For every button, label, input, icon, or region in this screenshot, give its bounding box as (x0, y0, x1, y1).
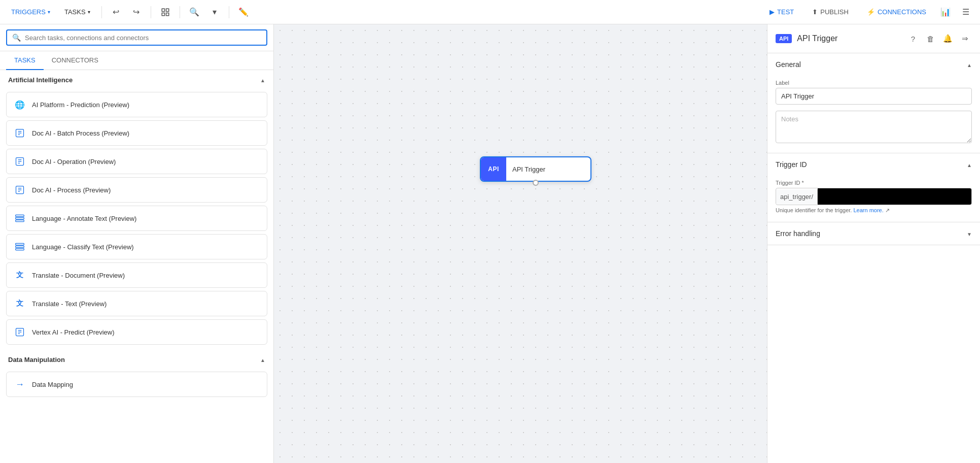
category-ai-chevron (260, 76, 265, 84)
test-label: TEST (777, 8, 794, 16)
task-item[interactable]: Vertex AI - Predict (Preview) (6, 319, 267, 345)
general-chevron-icon (967, 60, 972, 69)
connections-icon: ⚡ (867, 8, 875, 16)
svg-rect-21 (16, 248, 24, 250)
main-layout: 🔍 TASKS CONNECTORS Artificial Intelligen… (0, 24, 980, 463)
svg-rect-0 (162, 9, 164, 11)
general-section: General Label (767, 53, 980, 153)
publish-button[interactable]: ⬆ PUBLISH (805, 5, 856, 19)
task-item[interactable]: 文 Translate - Document (Preview) (6, 262, 267, 288)
trigger-id-section-header[interactable]: Trigger ID (767, 153, 980, 176)
panel-header-actions: ? 🗑 🔔 ⇒ (906, 31, 972, 46)
divider-1 (101, 6, 102, 18)
task-label-1: Doc AI - Batch Process (Preview) (32, 129, 129, 137)
test-button[interactable]: ▶ TEST (762, 5, 801, 19)
category-data[interactable]: Data Manipulation (0, 350, 273, 370)
task-item[interactable]: 文 Translate - Text (Preview) (6, 291, 267, 316)
category-data-chevron (260, 356, 265, 363)
svg-rect-20 (16, 246, 24, 247)
zoom-arrow[interactable]: ▾ (206, 4, 223, 20)
search-input[interactable] (25, 34, 261, 42)
data-task-items: → Data Mapping (0, 370, 273, 402)
task-icon-4 (13, 211, 27, 225)
label-field-label: Label (776, 80, 972, 86)
trigger-id-wrap: api_trigger/ (776, 188, 972, 205)
edit-button[interactable]: ✏️ (235, 4, 252, 20)
svg-rect-2 (162, 13, 164, 15)
error-handling-section: Error handling (767, 222, 980, 245)
menu-button[interactable]: ☰ (958, 4, 974, 20)
canvas-area[interactable]: API API Trigger (274, 24, 767, 463)
trigger-id-value-box (818, 188, 971, 205)
general-section-header[interactable]: General (767, 53, 980, 76)
task-item[interactable]: Language - Annotate Text (Preview) (6, 206, 267, 231)
redo-button[interactable]: ↪ (128, 4, 145, 20)
svg-rect-16 (16, 215, 24, 216)
search-bar: 🔍 (0, 24, 273, 51)
zoom-button[interactable]: 🔍 (186, 4, 202, 20)
task-icon-data-0: → (13, 377, 27, 391)
search-icon: 🔍 (12, 34, 21, 42)
toolbar-right: ▶ TEST ⬆ PUBLISH ⚡ CONNECTIONS 📊 ☰ (762, 4, 974, 20)
general-section-content: Label (767, 76, 980, 153)
notes-field-textarea[interactable] (776, 111, 972, 143)
task-icon-7: 文 (13, 296, 27, 311)
task-icon-8 (13, 325, 27, 339)
label-field-input[interactable] (776, 88, 972, 105)
task-item[interactable]: Doc AI - Batch Process (Preview) (6, 120, 267, 146)
tab-tasks[interactable]: TASKS (6, 51, 44, 70)
search-input-wrap[interactable]: 🔍 (6, 29, 267, 46)
svg-rect-18 (16, 220, 24, 221)
svg-rect-3 (166, 13, 168, 15)
expand-icon-button[interactable]: ⇒ (958, 31, 972, 46)
right-panel-header: API API Trigger ? 🗑 🔔 ⇒ (767, 24, 980, 53)
task-item[interactable]: Doc AI - Operation (Preview) (6, 149, 267, 174)
panel-title: API Trigger (797, 34, 901, 43)
trigger-id-field-label: Trigger ID * (776, 180, 972, 186)
task-item[interactable]: Doc AI - Process (Preview) (6, 177, 267, 203)
node-label: API Trigger (506, 166, 551, 173)
connections-label: CONNECTIONS (878, 8, 926, 16)
task-label-0: AI Platform - Prediction (Preview) (32, 101, 129, 109)
task-label-6: Translate - Document (Preview) (32, 272, 125, 279)
svg-rect-1 (166, 9, 168, 11)
divider-2 (151, 6, 151, 18)
task-item[interactable]: Language - Classify Text (Preview) (6, 234, 267, 259)
task-item[interactable]: → Data Mapping (6, 372, 267, 397)
category-data-label: Data Manipulation (8, 356, 65, 363)
trigger-id-section: Trigger ID Trigger ID * api_trigger/ Uni… (767, 153, 980, 222)
tab-connectors[interactable]: CONNECTORS (44, 51, 107, 70)
bell-icon-button[interactable]: 🔔 (940, 31, 955, 46)
task-label-5: Language - Classify Text (Preview) (32, 243, 134, 251)
panel-api-badge: API (776, 34, 792, 43)
svg-rect-19 (16, 243, 24, 245)
help-icon-button[interactable]: ? (906, 31, 920, 46)
triggers-button[interactable]: TRIGGERS ▾ (6, 6, 55, 18)
publish-icon: ⬆ (812, 8, 818, 16)
delete-icon-button[interactable]: 🗑 (923, 31, 937, 46)
notes-field-group (776, 111, 972, 145)
top-toolbar: TRIGGERS ▾ TASKS ▾ ↩ ↪ 🔍 ▾ ✏️ ▶ TEST ⬆ P… (0, 0, 980, 24)
triggers-label: TRIGGERS (11, 8, 46, 16)
task-icon-1 (13, 126, 27, 140)
task-item[interactable]: 🌐 AI Platform - Prediction (Preview) (6, 92, 267, 117)
task-label-7: Translate - Text (Preview) (32, 300, 107, 308)
api-trigger-node[interactable]: API API Trigger (480, 156, 591, 182)
tasks-button[interactable]: TASKS ▾ (59, 6, 95, 18)
undo-button[interactable]: ↩ (108, 4, 124, 20)
divider-3 (180, 6, 180, 18)
connections-button[interactable]: ⚡ CONNECTIONS (860, 5, 933, 19)
task-list: Artificial Intelligence 🌐 AI Platform - … (0, 70, 273, 463)
chart-button[interactable]: 📊 (937, 4, 954, 20)
triggers-arrow: ▾ (48, 9, 50, 15)
task-label-data-0: Data Mapping (32, 381, 73, 388)
layout-button[interactable] (157, 4, 173, 20)
svg-rect-17 (16, 217, 24, 219)
error-handling-section-header[interactable]: Error handling (767, 222, 980, 245)
learn-more-link[interactable]: Learn more. (853, 207, 883, 213)
category-ai[interactable]: Artificial Intelligence (0, 70, 273, 90)
tasks-label: TASKS (64, 8, 86, 16)
node-connector (533, 180, 539, 186)
task-label-8: Vertex AI - Predict (Preview) (32, 328, 115, 336)
tabs-row: TASKS CONNECTORS (0, 51, 273, 70)
